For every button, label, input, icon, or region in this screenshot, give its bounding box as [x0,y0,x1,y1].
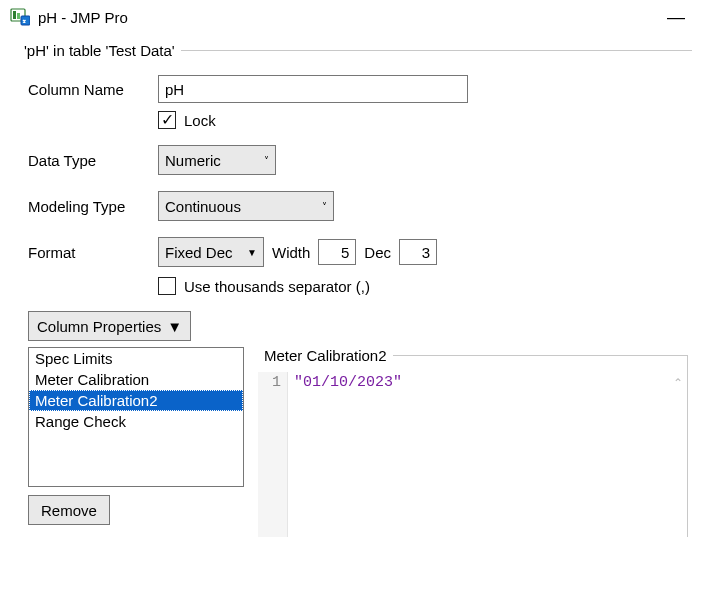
script-editor[interactable]: 1 "01/10/2023" ⌃ [258,372,687,537]
check-icon: ✓ [161,112,174,128]
data-type-value: Numeric [165,152,221,169]
width-label: Width [272,244,310,261]
chevron-down-icon: ˅ [264,155,269,166]
format-select[interactable]: Fixed Dec ▼ [158,237,264,267]
thousands-label: Use thousands separator (,) [184,278,370,295]
lock-label: Lock [184,112,216,129]
column-info-group: 'pH' in table 'Test Data' Column Name ✓ … [24,42,692,537]
window-title: pH - JMP Pro [38,9,656,26]
modeling-type-select[interactable]: Continuous ˅ [158,191,334,221]
app-icon [10,7,30,27]
modeling-type-value: Continuous [165,198,241,215]
list-item[interactable]: Meter Calibration [29,369,243,390]
data-type-label: Data Type [28,152,158,169]
format-label: Format [28,244,158,261]
list-item[interactable]: Range Check [29,411,243,432]
title-bar: pH - JMP Pro — [0,0,706,38]
remove-button[interactable]: Remove [28,495,110,525]
svg-rect-1 [13,11,16,19]
column-properties-list[interactable]: Spec LimitsMeter CalibrationMeter Calibr… [28,347,244,487]
property-detail-group: Meter Calibration2 1 "01/10/2023" ⌃ [258,347,688,537]
column-name-input[interactable] [158,75,468,103]
svg-rect-2 [17,13,20,19]
minimize-button[interactable]: — [656,7,696,28]
remove-label: Remove [41,502,97,519]
thousands-checkbox-box[interactable] [158,277,176,295]
column-name-label: Column Name [28,81,158,98]
script-code[interactable]: "01/10/2023" [288,372,687,537]
data-type-select[interactable]: Numeric ˅ [158,145,276,175]
column-properties-label: Column Properties [37,318,161,335]
modeling-type-label: Modeling Type [28,198,158,215]
caret-down-icon: ▼ [167,318,182,335]
group-legend: 'pH' in table 'Test Data' [24,42,181,59]
scroll-up-icon[interactable]: ⌃ [673,376,683,390]
lock-checkbox-box[interactable]: ✓ [158,111,176,129]
dec-input[interactable] [399,239,437,265]
format-value: Fixed Dec [165,244,233,261]
list-item[interactable]: Spec Limits [29,348,243,369]
column-properties-button[interactable]: Column Properties ▼ [28,311,191,341]
dec-label: Dec [364,244,391,261]
list-item[interactable]: Meter Calibration2 [29,390,243,411]
thousands-checkbox[interactable]: Use thousands separator (,) [158,277,370,295]
lock-checkbox[interactable]: ✓ Lock [158,111,216,129]
property-detail-legend: Meter Calibration2 [258,347,393,364]
width-input[interactable] [318,239,356,265]
chevron-down-icon: ˅ [322,201,327,212]
script-gutter: 1 [258,372,288,537]
caret-down-icon: ▼ [247,247,257,258]
